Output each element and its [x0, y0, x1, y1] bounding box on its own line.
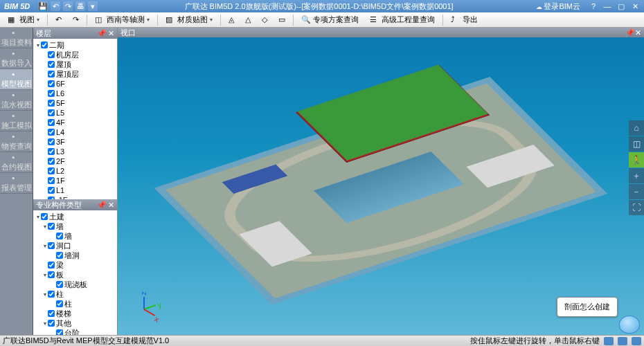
nav-item-5[interactable]: ▪物资查询: [0, 131, 33, 152]
fit-icon[interactable]: ⛶: [629, 200, 644, 215]
pin-icon[interactable]: 📌: [97, 29, 107, 38]
tree-checkbox[interactable]: [48, 119, 55, 126]
nav-item-2[interactable]: ▪模型视图: [0, 69, 33, 90]
tree-node[interactable]: ▾二期: [33, 40, 117, 50]
tree-node[interactable]: 楼梯: [33, 309, 117, 318]
texture-dropdown[interactable]: ▨材质贴图▾: [161, 12, 217, 27]
pin-icon[interactable]: 📌: [97, 201, 107, 210]
walk-icon[interactable]: 🚶: [629, 152, 644, 167]
assistant-mascot-icon[interactable]: [619, 316, 640, 334]
floors-tree[interactable]: ▾二期机房层屋顶屋顶层6FL65FL54FL43FL32FL21FL1-1FB1…: [33, 39, 117, 199]
tree-checkbox[interactable]: [48, 90, 55, 97]
zoom-in-icon[interactable]: ＋: [629, 168, 644, 183]
tree-node[interactable]: L4: [33, 127, 117, 137]
nav-item-0[interactable]: ▪项目资料: [0, 28, 33, 48]
tree-checkbox[interactable]: [41, 42, 48, 48]
viewport-canvas[interactable]: ⌂ ◫ 🚶 ＋ － ⛶ 剖面怎么创建: [118, 37, 644, 335]
tree-node[interactable]: ▾柱: [33, 289, 117, 299]
nav-item-1[interactable]: ▪数据导入: [0, 48, 33, 69]
nav-item-6[interactable]: ▪合约视图: [0, 152, 33, 173]
tool-3[interactable]: ◇: [257, 13, 272, 26]
tree-checkbox[interactable]: [56, 300, 63, 307]
tree-node[interactable]: ▾其他: [33, 318, 117, 328]
view-button[interactable]: ▦视图▾: [3, 12, 44, 27]
axis-gizmo[interactable]: [130, 295, 158, 322]
tree-checkbox[interactable]: [48, 271, 55, 278]
tree-node[interactable]: 墙洞: [33, 251, 117, 260]
home-view-icon[interactable]: ⌂: [629, 120, 644, 136]
tree-checkbox[interactable]: [56, 252, 63, 259]
tree-node[interactable]: 1F: [33, 176, 117, 185]
tree-checkbox[interactable]: [48, 148, 55, 155]
cloud-login[interactable]: ☁ 登录BIM云: [536, 1, 580, 12]
component-tree[interactable]: ▾土建▾墙墙▾洞口墙洞梁▾板现浇板▾柱柱楼梯▾其他台阶保温层栏杆扶手坡道▾粗装修…: [33, 210, 117, 335]
tree-node[interactable]: 3F: [33, 137, 117, 147]
tool-2[interactable]: △: [240, 13, 256, 26]
help-icon[interactable]: ?: [587, 1, 600, 11]
tree-checkbox[interactable]: [48, 129, 55, 136]
tree-checkbox[interactable]: [48, 310, 55, 317]
tree-checkbox[interactable]: [48, 80, 55, 87]
pin-icon[interactable]: 📌: [625, 28, 635, 37]
panel-close-icon[interactable]: ✕: [635, 28, 641, 37]
tree-node[interactable]: 梁: [33, 260, 117, 270]
qat-save-icon[interactable]: 💾: [38, 1, 48, 11]
close-icon[interactable]: ✕: [629, 1, 641, 11]
tree-checkbox[interactable]: [56, 233, 63, 239]
tree-node[interactable]: ▾土建: [33, 212, 117, 221]
tree-checkbox[interactable]: [48, 291, 55, 298]
tree-checkbox[interactable]: [56, 329, 63, 335]
tree-node[interactable]: L1: [33, 185, 117, 195]
tree-node[interactable]: L2: [33, 166, 117, 176]
qat-more-icon[interactable]: ▾: [88, 1, 98, 11]
tree-node[interactable]: L5: [33, 108, 117, 118]
tree-checkbox[interactable]: [48, 242, 55, 249]
tree-checkbox[interactable]: [48, 187, 55, 194]
tree-checkbox[interactable]: [48, 51, 55, 58]
minimize-icon[interactable]: —: [601, 1, 614, 11]
tree-node[interactable]: ▾墙: [33, 221, 117, 231]
tree-node[interactable]: L6: [33, 89, 117, 98]
tree-node[interactable]: 4F: [33, 118, 117, 127]
tree-checkbox[interactable]: [48, 71, 55, 78]
tree-checkbox[interactable]: [48, 262, 55, 268]
undo-button[interactable]: ↶: [51, 13, 66, 26]
maximize-icon[interactable]: ▢: [615, 1, 627, 11]
tree-node[interactable]: L3: [33, 147, 117, 156]
tree-checkbox[interactable]: [48, 158, 55, 165]
panel-close-icon[interactable]: ✕: [108, 201, 114, 210]
zoom-out-icon[interactable]: －: [629, 184, 644, 199]
tree-node[interactable]: 2F: [33, 156, 117, 166]
redo-button[interactable]: ↷: [68, 13, 84, 26]
special-query-button[interactable]: 🔍专项方案查询: [296, 12, 364, 27]
tree-node[interactable]: ▾洞口: [33, 241, 117, 251]
tree-node[interactable]: 屋顶层: [33, 69, 117, 79]
tree-checkbox[interactable]: [48, 320, 55, 327]
status-icon-1[interactable]: [604, 337, 614, 345]
nav-item-4[interactable]: ▪施工模拟: [0, 111, 33, 131]
export-button[interactable]: ⤴导出: [446, 12, 483, 27]
tree-checkbox[interactable]: [56, 281, 63, 288]
axis-dropdown[interactable]: ◫西南等轴测▾: [90, 12, 154, 27]
tree-node[interactable]: 柱: [33, 299, 117, 309]
tree-node[interactable]: 台阶: [33, 328, 117, 335]
cube-view-icon[interactable]: ◫: [629, 136, 644, 152]
tool-4[interactable]: ▭: [274, 13, 290, 26]
status-icon-2[interactable]: [618, 337, 627, 345]
panel-close-icon[interactable]: ✕: [108, 29, 114, 38]
tool-1[interactable]: ◬: [224, 13, 239, 26]
tree-node[interactable]: 现浇板: [33, 280, 117, 289]
tree-node[interactable]: 6F: [33, 79, 117, 89]
tree-checkbox[interactable]: [48, 138, 55, 145]
tree-checkbox[interactable]: [48, 177, 55, 184]
tree-node[interactable]: 墙: [33, 231, 117, 241]
tree-node[interactable]: 机房层: [33, 50, 117, 60]
qat-print-icon[interactable]: 🖶: [75, 1, 85, 11]
qat-undo-icon[interactable]: ↶: [51, 1, 60, 11]
tree-checkbox[interactable]: [48, 223, 55, 230]
tree-node[interactable]: ▾板: [33, 270, 117, 280]
status-icon-3[interactable]: [632, 337, 641, 345]
tree-checkbox[interactable]: [48, 109, 55, 116]
tree-node[interactable]: 5F: [33, 98, 117, 108]
advanced-query-button[interactable]: ☰高级工程量查询: [365, 12, 440, 27]
